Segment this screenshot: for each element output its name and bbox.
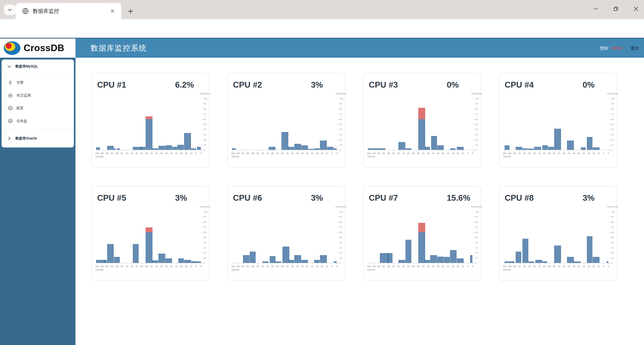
bar-segment — [269, 147, 275, 150]
bar-segment — [548, 147, 554, 150]
y-axis-tick-label: – 70 — [202, 113, 213, 115]
bar-segment — [178, 258, 184, 263]
x-axis-title: Second — [367, 155, 375, 158]
sidebar-group-mysql[interactable]: 数据库MySQL — [2, 60, 74, 73]
x-axis-tick — [519, 150, 520, 151]
window-minimize-button[interactable] — [588, 0, 604, 18]
bar-segment — [398, 260, 405, 263]
x-axis-tick — [505, 150, 505, 151]
browser-tab[interactable]: 数据库监控 — [16, 3, 121, 19]
sidebar-group-oracle[interactable]: 数据库Oracle — [2, 130, 74, 147]
x-axis-tick — [107, 150, 107, 151]
bar-segment — [581, 147, 586, 150]
y-axis-title: Percent % — [200, 205, 211, 208]
bar-segment — [334, 148, 337, 150]
x-axis-tick — [273, 150, 273, 151]
y-axis-tick-label: – 100 — [609, 211, 620, 213]
x-axis-tick — [132, 150, 132, 151]
x-axis-tick — [534, 263, 535, 264]
y-axis-tick-label: – 80 — [609, 221, 620, 223]
bar-segment — [314, 148, 320, 150]
x-axis-tick — [510, 263, 510, 264]
bar-chart-plot: – 0– 10– 20– 30– 40– 50– 60– 70– 80– 90–… — [500, 74, 617, 167]
bar-warning-cap — [418, 108, 425, 119]
x-axis-tick — [243, 150, 243, 151]
x-axis-tick — [238, 150, 238, 151]
x-axis-tick — [589, 263, 589, 264]
x-axis-tick — [569, 150, 569, 151]
y-axis-tick-label: – 0 — [338, 149, 349, 151]
config-gear-icon — [8, 106, 13, 111]
cpu7-chart-card: CPU #7 15.6% – 0– 10– 20– 30– 40– 50– 60… — [364, 186, 481, 280]
x-axis-tick-label: 0 — [605, 265, 612, 268]
x-axis-tick — [398, 263, 399, 264]
x-axis-tick — [162, 263, 162, 264]
new-tab-button[interactable] — [125, 6, 136, 17]
x-axis-title: Second — [96, 155, 103, 158]
y-axis-tick-label: – 40 — [609, 128, 620, 131]
divider — [2, 73, 74, 74]
x-axis-tick — [322, 150, 322, 151]
x-axis-tick — [574, 150, 574, 151]
x-axis-tick — [117, 263, 117, 264]
bar-segment — [133, 147, 145, 150]
window-close-button[interactable] — [628, 0, 644, 18]
bar-segment — [301, 260, 308, 263]
x-axis-tick — [147, 263, 147, 264]
x-axis-tick — [544, 150, 545, 151]
x-axis-tick — [473, 150, 473, 151]
y-axis-tick-label: – 70 — [202, 226, 213, 228]
bar-segment — [191, 261, 196, 263]
x-axis-tick — [423, 263, 424, 264]
bar-segment — [587, 236, 593, 263]
bar-segment — [450, 148, 456, 150]
x-axis-tick — [112, 150, 112, 151]
x-axis-tick — [171, 263, 172, 264]
username: admin — [611, 46, 623, 51]
bar-segment — [522, 148, 527, 150]
x-axis-tick — [603, 263, 604, 264]
bar-segment — [166, 145, 172, 150]
bar-segment — [320, 255, 327, 263]
status-monitor-icon — [8, 93, 13, 98]
x-axis-tick — [142, 150, 142, 151]
sidebar-item-status-monitor[interactable]: 状态监测 — [2, 89, 74, 102]
bar-segment — [270, 256, 275, 263]
x-axis-tick — [599, 150, 599, 151]
y-axis-tick-label: – 30 — [473, 133, 485, 136]
x-axis-tick — [448, 150, 448, 151]
bar-segment — [283, 247, 289, 263]
x-axis-tick — [122, 150, 122, 151]
x-axis-tick — [569, 263, 569, 264]
x-axis-tick — [186, 150, 186, 151]
bar-segment — [243, 255, 250, 263]
sidebar-item-config[interactable]: 配置 — [2, 102, 74, 115]
tab-close-icon[interactable] — [109, 7, 116, 15]
x-axis-tick — [539, 150, 540, 151]
bar-segment — [418, 223, 425, 263]
bar-segment — [152, 260, 158, 263]
y-axis-tick-label: – 40 — [473, 128, 485, 131]
x-axis-tick — [181, 150, 181, 151]
x-axis-tick — [127, 150, 127, 151]
cpu5-chart-card: CPU #5 3% – 0– 10– 20– 30– 40– 50– 60– 7… — [92, 186, 209, 280]
cpu6-chart-card: CPU #6 3% – 0– 10– 20– 30– 40– 50– 60– 7… — [228, 186, 345, 280]
x-axis-tick — [579, 263, 579, 264]
y-axis-tick-label: – 20 — [473, 139, 485, 141]
y-axis-tick-label: – 60 — [338, 231, 349, 234]
x-axis-tick — [171, 150, 172, 151]
x-axis-tick — [238, 263, 238, 264]
x-axis-tick — [152, 263, 152, 264]
x-axis-tick — [584, 263, 584, 264]
close-icon — [633, 6, 639, 12]
sidebar-item-alerts[interactable]: 告警 — [2, 76, 74, 89]
y-axis-title: Percent % — [607, 205, 618, 208]
x-axis-tick — [248, 263, 248, 264]
bar-segment — [529, 261, 534, 263]
sidebar-item-dashboard[interactable]: 仪表盘 — [2, 115, 74, 127]
bar-segment — [437, 145, 444, 150]
y-axis-tick-label: – 90 — [609, 216, 620, 218]
window-restore-button[interactable] — [608, 0, 624, 18]
tab-search-button[interactable] — [4, 5, 16, 15]
logout-link[interactable]: 退出 — [630, 45, 639, 51]
